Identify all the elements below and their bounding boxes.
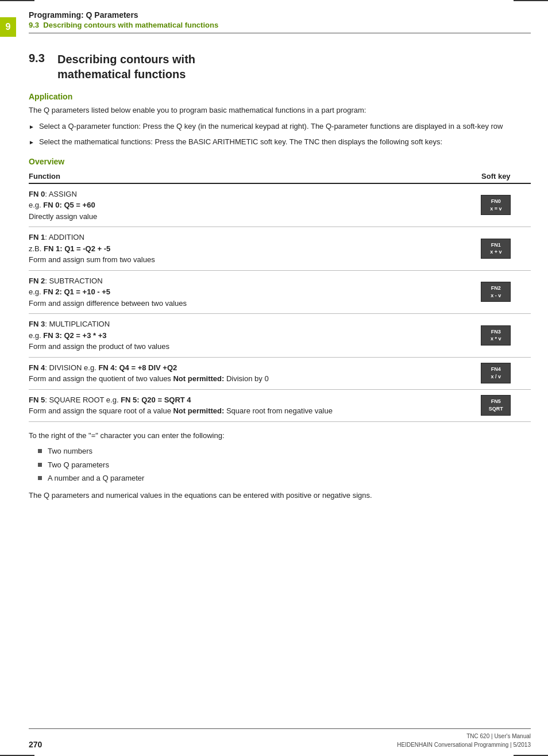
footer-line2: HEIDENHAIN Conversational Programming | … [397, 740, 531, 749]
fn1-softkey: FN1 x + v [466, 227, 531, 271]
page-content: 9.3 Describing contours with mathematica… [29, 46, 531, 727]
overview-table: Function Soft key FN 0: ASSIGN e.g. FN 0… [29, 170, 531, 422]
overview-heading: Overview [29, 157, 531, 166]
after-table-intro: To the right of the "=" character you ca… [29, 430, 531, 442]
fn0-cell: FN 0: ASSIGN e.g. FN 0: Q5 = +60 Directl… [29, 183, 466, 227]
square-list-item-2: Two Q parameters [38, 459, 531, 471]
table-row: FN 1: ADDITION z.B. FN 1: Q1 = -Q2 + -5 … [29, 227, 531, 271]
bullet-triangle-1: ► [29, 122, 34, 131]
softkey-fn1: FN1 x + v [481, 239, 511, 259]
section-title: Describing contours with mathematical fu… [57, 52, 195, 82]
section-heading: 9.3 Describing contours with mathematica… [29, 52, 531, 82]
after-table-bullets: Two numbers Two Q parameters A number an… [38, 446, 531, 484]
softkey-fn4: FN4 x / v [481, 363, 511, 383]
fn2-softkey: FN2 x - v [466, 270, 531, 314]
application-bullets: ► Select a Q-parameter function: Press t… [29, 121, 531, 148]
bullet-item-1: ► Select a Q-parameter function: Press t… [29, 121, 531, 132]
fn5-cell: FN 5: SQUARE ROOT e.g. FN 5: Q20 = SQRT … [29, 389, 466, 421]
footer-line1: TNC 620 | User's Manual [397, 732, 531, 740]
table-row: FN 4: DIVISION e.g. FN 4: Q4 = +8 DIV +Q… [29, 357, 531, 389]
application-heading: Application [29, 92, 531, 101]
application-intro: The Q parameters listed below enable you… [29, 105, 531, 116]
table-row: FN 2: SUBTRACTION e.g. FN 2: Q1 = +10 - … [29, 270, 531, 314]
fn3-cell: FN 3: MULTIPLICATION e.g. FN 3: Q2 = +3 … [29, 314, 466, 358]
table-row: FN 3: MULTIPLICATION e.g. FN 3: Q2 = +3 … [29, 314, 531, 358]
bullet-item-2: ► Select the mathematical functions: Pre… [29, 136, 531, 148]
footer-right: TNC 620 | User's Manual HEIDENHAIN Conve… [397, 732, 531, 749]
fn4-softkey: FN4 x / v [466, 357, 531, 389]
page-header: Programming: Q Parameters 9.3 Describing… [29, 10, 531, 33]
softkey-fn2: FN2 x - v [481, 282, 511, 302]
table-row: FN 5: SQUARE ROOT e.g. FN 5: Q20 = SQRT … [29, 389, 531, 421]
square-bullet-3 [38, 476, 42, 480]
header-section-title: 9.3 Describing contours with mathematica… [29, 21, 531, 29]
col-function-header: Function [29, 170, 466, 183]
fn3-softkey: FN3 x * v [466, 314, 531, 358]
softkey-fn3: FN3 x * v [481, 325, 511, 346]
square-bullet-1 [38, 449, 42, 453]
fn5-softkey: FN5 SQRT [466, 389, 531, 421]
fn4-cell: FN 4: DIVISION e.g. FN 4: Q4 = +8 DIV +Q… [29, 357, 466, 389]
fn1-cell: FN 1: ADDITION z.B. FN 1: Q1 = -Q2 + -5 … [29, 227, 466, 271]
chapter-tab: 9 [0, 17, 16, 37]
square-bullet-2 [38, 463, 42, 467]
closing-text: The Q parameters and numerical values in… [29, 490, 531, 501]
bullet-triangle-2: ► [29, 138, 34, 147]
square-list-item-1: Two numbers [38, 446, 531, 457]
page-footer: 270 TNC 620 | User's Manual HEIDENHAIN C… [29, 728, 531, 749]
fn0-softkey: FN0 x = v [466, 183, 531, 227]
page-number: 270 [29, 740, 42, 749]
top-border-left [0, 0, 34, 1]
header-chapter-title: Programming: Q Parameters [29, 10, 531, 20]
col-softkey-header: Soft key [466, 170, 531, 183]
softkey-fn5: FN5 SQRT [481, 395, 511, 415]
table-row: FN 0: ASSIGN e.g. FN 0: Q5 = +60 Directl… [29, 183, 531, 227]
section-number: 9.3 [29, 52, 57, 65]
top-border-right [514, 0, 548, 1]
softkey-fn0: FN0 x = v [481, 195, 511, 215]
fn2-cell: FN 2: SUBTRACTION e.g. FN 2: Q1 = +10 - … [29, 270, 466, 314]
square-list-item-3: A number and a Q parameter [38, 473, 531, 484]
